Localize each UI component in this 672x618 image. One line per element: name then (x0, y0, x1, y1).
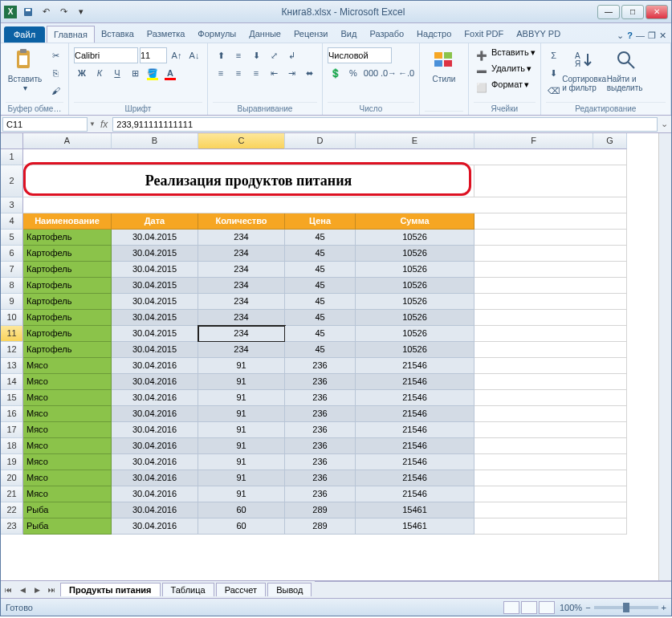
cell-name-23[interactable]: Рыба (23, 518, 112, 535)
close-button[interactable]: ✕ (646, 5, 668, 19)
row-header-22[interactable]: 22 (1, 502, 23, 518)
cell-price-10[interactable]: 45 (285, 310, 356, 326)
ribbon-minimize-icon[interactable]: ⌄ (617, 30, 624, 41)
zoom-slider[interactable] (594, 606, 658, 609)
ribbon-tab-2[interactable]: Разметка (141, 26, 192, 43)
formula-bar[interactable] (112, 117, 658, 132)
vertical-scrollbar[interactable] (658, 133, 671, 580)
normal-view-button[interactable] (503, 601, 519, 614)
row-header-5[interactable]: 5 (1, 230, 23, 246)
row-header-17[interactable]: 17 (1, 422, 23, 438)
cell-empty-21f[interactable] (474, 486, 627, 502)
increase-indent-button[interactable]: ⇥ (283, 65, 299, 81)
sheet-nav-last[interactable]: ⏭ (44, 586, 59, 594)
formula-expand-icon[interactable]: ⌄ (658, 119, 671, 129)
paste-button[interactable]: Вставить ▾ (6, 47, 44, 92)
increase-decimal-button[interactable]: .0→ (381, 65, 397, 81)
cell-date-12[interactable]: 30.04.2015 (112, 342, 198, 358)
sort-filter-button[interactable]: АЯ Сортировка и фильтр (565, 47, 604, 92)
cell-empty-23f[interactable] (474, 518, 627, 535)
cell-price-20[interactable]: 236 (285, 470, 356, 486)
cell-name-13[interactable]: Мясо (23, 358, 112, 374)
clear-button[interactable]: ⌫ (546, 83, 562, 99)
align-middle-button[interactable]: ≡ (230, 47, 246, 63)
redo-button[interactable]: ↷ (55, 4, 71, 20)
cell-qty-23[interactable]: 60 (198, 518, 285, 535)
cell-name-14[interactable]: Мясо (23, 374, 112, 390)
cell-name-22[interactable]: Рыба (23, 502, 112, 518)
font-size-combo[interactable] (140, 47, 167, 63)
row-header-9[interactable]: 9 (1, 294, 23, 310)
select-all-corner[interactable] (1, 133, 23, 149)
cell-qty-5[interactable]: 234 (198, 230, 285, 246)
row-header-11[interactable]: 11 (1, 326, 23, 342)
cell-qty-18[interactable]: 91 (198, 438, 285, 454)
cell-empty-12f[interactable] (474, 342, 627, 358)
cell-qty-6[interactable]: 234 (198, 246, 285, 262)
cell-date-15[interactable]: 30.04.2016 (112, 390, 198, 406)
cell-price-5[interactable]: 45 (285, 230, 356, 246)
cell-price-6[interactable]: 45 (285, 246, 356, 262)
cell-empty-2f[interactable] (474, 165, 627, 197)
row-header-1[interactable]: 1 (1, 149, 23, 165)
cell-empty-3[interactable] (23, 197, 627, 213)
cell-price-18[interactable]: 236 (285, 438, 356, 454)
row-header-20[interactable]: 20 (1, 470, 23, 486)
doc-restore-button[interactable]: ❐ (648, 30, 656, 41)
cell-qty-14[interactable]: 91 (198, 374, 285, 390)
cell-price-22[interactable]: 289 (285, 502, 356, 518)
grid-body[interactable]: 12Реализация продуктов питания34Наименов… (1, 149, 658, 580)
cell-empty-18f[interactable] (474, 438, 627, 454)
cell-name-20[interactable]: Мясо (23, 470, 112, 486)
cell-sum-10[interactable]: 10526 (356, 310, 474, 326)
wrap-text-button[interactable]: ↲ (283, 47, 299, 63)
cell-empty-22f[interactable] (474, 502, 627, 518)
ribbon-tab-8[interactable]: Надстро (410, 26, 458, 43)
row-header-10[interactable]: 10 (1, 310, 23, 326)
row-header-18[interactable]: 18 (1, 438, 23, 454)
cell-sum-19[interactable]: 21546 (356, 454, 474, 470)
row-header-12[interactable]: 12 (1, 342, 23, 358)
cell-sum-12[interactable]: 10526 (356, 342, 474, 358)
title-bar[interactable]: X ↶ ↷ ▾ Книга8.xlsx - Microsoft Excel — … (1, 1, 671, 23)
cell-date-19[interactable]: 30.04.2016 (112, 454, 198, 470)
cell-sum-7[interactable]: 10526 (356, 262, 474, 278)
cell-price-15[interactable]: 236 (285, 390, 356, 406)
merged-title-cell[interactable]: Реализация продуктов питания (23, 165, 474, 197)
row-header-21[interactable]: 21 (1, 486, 23, 502)
table-header-2[interactable]: Количество (198, 213, 285, 230)
zoom-out-button[interactable]: − (585, 603, 590, 612)
cell-name-21[interactable]: Мясо (23, 486, 112, 502)
decrease-font-button[interactable]: A↓ (186, 47, 202, 63)
cells-insert-button[interactable]: ➕Вставить ▾ (474, 47, 536, 63)
find-select-button[interactable]: Найти и выделить (607, 47, 646, 92)
cell-date-8[interactable]: 30.04.2015 (112, 278, 198, 294)
doc-close-button[interactable]: ✕ (659, 30, 666, 41)
cell-sum-11[interactable]: 10526 (356, 326, 474, 342)
align-left-button[interactable]: ≡ (213, 65, 229, 81)
cell-sum-5[interactable]: 10526 (356, 230, 474, 246)
doc-minimize-button[interactable]: — (636, 30, 645, 41)
sheet-nav-first[interactable]: ⏮ (1, 586, 15, 594)
fill-color-button[interactable]: 🪣 (145, 65, 161, 81)
page-layout-view-button[interactable] (521, 601, 537, 614)
cell-empty-17f[interactable] (474, 422, 627, 438)
ribbon-tab-0[interactable]: Главная (47, 26, 95, 43)
table-header-0[interactable]: Наименование (23, 213, 112, 230)
cell-date-22[interactable]: 30.04.2016 (112, 502, 198, 518)
cell-empty-1[interactable] (23, 149, 627, 165)
cell-empty-15f[interactable] (474, 390, 627, 406)
cell-name-19[interactable]: Мясо (23, 454, 112, 470)
cell-sum-6[interactable]: 10526 (356, 246, 474, 262)
cells-delete-button[interactable]: ➖Удалить ▾ (474, 63, 531, 79)
cell-price-13[interactable]: 236 (285, 358, 356, 374)
cell-empty-14f[interactable] (474, 374, 627, 390)
help-icon[interactable]: ? (627, 30, 633, 41)
cell-price-17[interactable]: 236 (285, 422, 356, 438)
cell-name-12[interactable]: Картофель (23, 342, 112, 358)
cut-button[interactable]: ✂ (47, 47, 63, 63)
cell-empty-19f[interactable] (474, 454, 627, 470)
row-header-16[interactable]: 16 (1, 406, 23, 422)
save-button[interactable] (20, 4, 36, 20)
cell-date-21[interactable]: 30.04.2016 (112, 486, 198, 502)
